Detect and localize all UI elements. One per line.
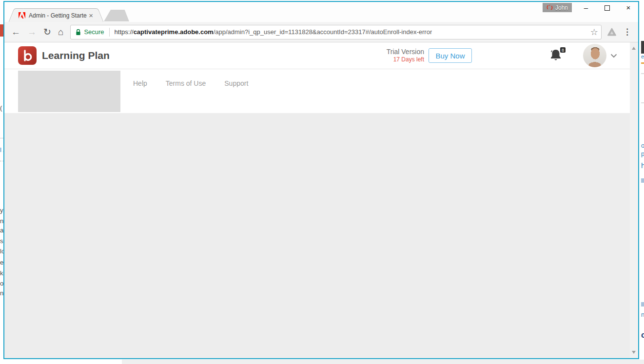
notification-count-badge: 8 — [559, 46, 566, 54]
background-text-fragment: p — [641, 150, 644, 157]
security-indicator[interactable]: Secure — [76, 28, 104, 36]
scrollbar-down-icon[interactable] — [632, 351, 636, 354]
extension-icon[interactable] — [607, 28, 616, 36]
forward-icon[interactable]: → — [27, 27, 37, 37]
background-text-fragment: n — [641, 311, 644, 318]
browser-titlebar: Admin - Getting Started × John – × — [4, 2, 638, 22]
background-text-fragment: h — [641, 161, 644, 170]
trial-version-label: Trial Version — [387, 48, 424, 56]
background-dark-bar — [641, 41, 644, 54]
empty-content-area — [4, 113, 630, 358]
url-path: /app/admin?i_qp_user_id=1131828&accountI… — [214, 28, 432, 36]
adobe-favicon-icon — [18, 12, 26, 19]
home-icon[interactable]: ⌂ — [58, 27, 63, 37]
header-right-cluster: Trial Version 17 Days left Buy Now 8 — [387, 44, 617, 67]
page-viewport: Learning Plan Trial Version 17 Days left… — [4, 42, 638, 358]
background-text-fragment: e.c — [641, 54, 644, 59]
nav-link-help[interactable]: Help — [133, 79, 147, 87]
background-badge — [641, 302, 644, 307]
browser-toolbar: ← → ↻ ⌂ Secure https://captivateprime.ad… — [4, 22, 638, 42]
background-taskbar-strip — [122, 360, 644, 364]
nav-link-terms-of-use[interactable]: Terms of Use — [166, 79, 206, 87]
url-text: https://captivateprime.adobe.com/app/adm… — [115, 28, 432, 36]
tab-close-icon[interactable]: × — [87, 11, 95, 19]
background-divider — [641, 73, 644, 74]
back-icon[interactable]: ← — [11, 27, 20, 37]
close-button[interactable]: × — [624, 3, 633, 12]
omnibox-divider — [109, 28, 110, 37]
chevron-down-icon[interactable] — [610, 54, 617, 58]
buy-now-button[interactable]: Buy Now — [429, 48, 472, 63]
page-scrollbar[interactable] — [630, 42, 638, 358]
trial-info: Trial Version 17 Days left — [387, 48, 424, 63]
user-avatar[interactable] — [583, 44, 606, 67]
lock-icon — [76, 29, 81, 36]
secondary-nav-strip: Help Terms of Use Support — [4, 69, 630, 113]
scrollbar-up-icon[interactable] — [632, 47, 636, 50]
minimize-button[interactable]: – — [581, 3, 591, 12]
background-orange-underline — [641, 62, 644, 64]
user-badge-label: John — [555, 4, 568, 11]
captivate-prime-logo-icon[interactable] — [18, 46, 37, 65]
reload-icon[interactable]: ↻ — [43, 27, 51, 37]
loading-placeholder-box — [18, 71, 120, 112]
tab-title: Admin - Getting Started — [29, 12, 87, 19]
nav-link-support[interactable]: Support — [224, 79, 248, 87]
app-title: Learning Plan — [42, 50, 110, 61]
new-tab-button[interactable] — [104, 10, 129, 21]
app-header: Learning Plan Trial Version 17 Days left… — [4, 42, 630, 69]
url-domain: captivateprime.adobe.com — [134, 28, 214, 36]
address-bar[interactable]: Secure https://captivateprime.adobe.com/… — [70, 25, 602, 39]
background-text-fragment: c — [641, 330, 644, 340]
trial-days-left: 17 Days left — [387, 56, 424, 63]
maximize-button[interactable] — [605, 5, 610, 11]
security-label: Secure — [84, 28, 104, 36]
bookmark-star-icon[interactable]: ☆ — [590, 27, 598, 38]
background-badge — [641, 178, 644, 183]
background-red-strip — [0, 24, 3, 37]
notifications-bell[interactable]: 8 — [549, 48, 564, 63]
browser-window: Admin - Getting Started × John – × ← → ↻… — [3, 1, 639, 359]
screen-share-user-badge: John — [543, 3, 572, 12]
url-scheme: https:// — [115, 28, 134, 36]
window-controls: – × — [581, 3, 633, 12]
background-text-fragment: o — [641, 142, 644, 149]
browser-menu-icon[interactable]: ⋮ — [623, 27, 631, 37]
record-sync-icon — [546, 4, 553, 11]
background-divider — [641, 102, 644, 103]
browser-tab[interactable]: Admin - Getting Started × — [16, 8, 96, 22]
footer-nav-links: Help Terms of Use Support — [133, 79, 248, 87]
